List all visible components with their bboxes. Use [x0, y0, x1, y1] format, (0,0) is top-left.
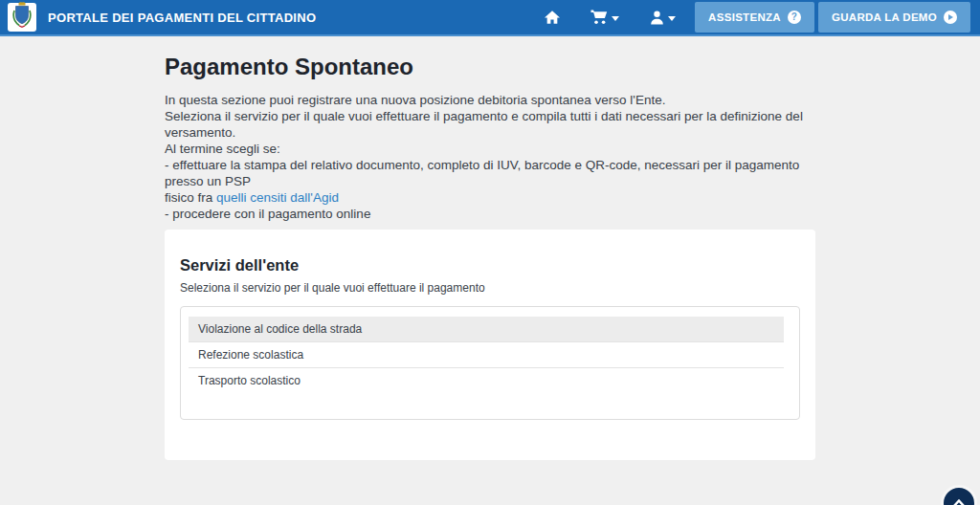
portal-title: PORTALE DEI PAGAMENTI DEL CITTADINO	[48, 11, 316, 25]
intro-line: In questa sezione puoi registrare una nu…	[165, 92, 835, 108]
cart-menu-button[interactable]	[575, 0, 635, 34]
services-card-subtitle: Seleziona il servizio per il quale vuoi …	[180, 281, 800, 295]
play-circle-icon	[944, 11, 957, 24]
home-icon	[545, 11, 560, 24]
intro-text: In questa sezione puoi registrare una nu…	[165, 92, 835, 222]
guarda-la-demo-button[interactable]: GUARDA LA DEMO	[818, 2, 970, 33]
scroll-to-top-button[interactable]	[941, 485, 977, 505]
agid-psp-link[interactable]: quelli censiti dall'Agid	[216, 190, 339, 205]
intro-line: Seleziona il servizio per il quale vuoi …	[165, 108, 835, 141]
intro-line-prefix: fisico fra	[165, 190, 216, 205]
shopping-cart-icon	[590, 10, 608, 25]
intro-line: Al termine scegli se:	[165, 141, 835, 157]
services-card-title: Servizi dell'ente	[180, 256, 800, 274]
assistenza-label: ASSISTENZA	[708, 11, 781, 23]
assistenza-button[interactable]: ASSISTENZA ?	[695, 2, 814, 33]
demo-label: GUARDA LA DEMO	[832, 11, 937, 23]
coat-of-arms-icon	[11, 2, 33, 33]
intro-line: fisico fra quelli censiti dall'Agid	[165, 189, 835, 206]
municipality-logo[interactable]	[8, 3, 36, 32]
intro-line: - procedere con il pagamento online	[165, 206, 835, 222]
user-menu-button[interactable]	[635, 0, 691, 34]
page-title: Pagamento Spontaneo	[165, 54, 835, 80]
chevron-up-icon	[952, 494, 966, 505]
service-item-violazione-codice-strada[interactable]: Violazione al codice della strada	[189, 317, 784, 342]
services-list: Violazione al codice della strada Refezi…	[180, 306, 800, 420]
question-circle-icon: ?	[788, 11, 801, 24]
navbar-actions: ASSISTENZA ? GUARDA LA DEMO	[529, 0, 970, 34]
service-item-refezione-scolastica[interactable]: Refezione scolastica	[189, 342, 784, 368]
user-icon	[650, 11, 664, 25]
service-item-trasporto-scolastico[interactable]: Trasporto scolastico	[189, 368, 784, 393]
intro-line: - effettuare la stampa del relativo docu…	[165, 157, 835, 189]
services-card: Servizi dell'ente Seleziona il servizio …	[165, 230, 815, 460]
top-navbar: PORTALE DEI PAGAMENTI DEL CITTADINO	[0, 0, 980, 36]
cart-dropdown-caret	[612, 16, 619, 21]
user-dropdown-caret	[668, 16, 676, 21]
spontaneous-payment-section: Pagamento Spontaneo In questa sezione pu…	[165, 54, 835, 222]
home-button[interactable]	[529, 0, 575, 34]
